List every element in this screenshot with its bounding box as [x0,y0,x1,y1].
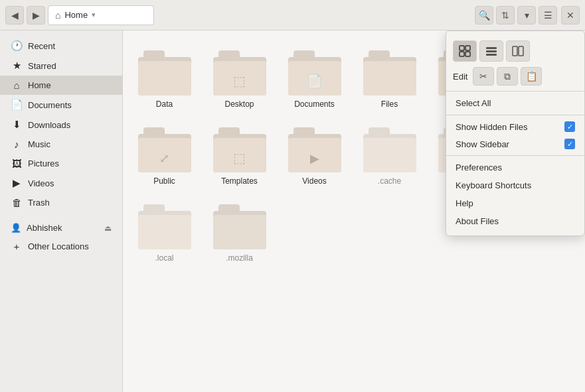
forward-button[interactable]: ▶ [27,6,45,25]
recent-icon: 🕐 [11,40,23,52]
folder-local[interactable]: .local [129,198,199,269]
sidebar-item-trash[interactable]: 🗑 Trash [0,193,122,212]
sidebar-item-music[interactable]: ♪ Music [0,135,122,154]
sidebar-other-locations-label: Other Locations [28,241,89,251]
sort-arrow-button[interactable]: ▾ [517,6,536,25]
folder-local-label: .local [155,253,173,263]
svg-rect-7 [513,46,517,56]
menu-button[interactable]: ☰ [539,6,557,25]
sidebar-item-home-label: Home [28,80,51,90]
sidebar-item-starred[interactable]: ★ Starred [0,56,122,76]
svg-rect-4 [486,47,497,49]
show-hidden-files-row[interactable]: Show Hidden Files [446,118,584,135]
folder-files-label: Files [381,99,398,109]
folder-mozilla-label: .mozilla [226,253,253,263]
show-sidebar-row[interactable]: Show Sidebar [446,135,584,153]
folder-cache[interactable]: .cache [355,121,424,192]
select-all-item[interactable]: Select All [446,94,584,112]
sort-button[interactable]: ⇅ [496,6,515,25]
show-hidden-files-label: Show Hidden Files [456,122,527,132]
svg-rect-1 [465,46,470,50]
sidebar-item-pictures[interactable]: 🖼 Pictures [0,154,122,173]
show-sidebar-checkbox[interactable] [564,139,575,149]
folder-public[interactable]: ⤢ Public [129,121,199,192]
sidebar-item-other-locations[interactable]: + Other Locations [0,237,122,256]
back-button[interactable]: ◀ [5,6,24,25]
cut-button[interactable]: ✂ [473,67,494,86]
sidebar-item-documents-label: Documents [28,100,72,110]
downloads-icon: ⬇ [11,119,23,131]
location-breadcrumb[interactable]: ⌂ Home ▾ [48,5,154,25]
sidebar-item-recent[interactable]: 🕐 Recent [0,36,122,56]
chevron-down-icon: ▾ [92,11,96,19]
preferences-item[interactable]: Preferences [446,159,584,176]
help-item[interactable]: Help [446,194,584,212]
folder-templates-label: Templates [221,176,258,186]
svg-rect-8 [519,46,523,56]
sidebar-item-downloads-label: Downloads [28,120,70,130]
sidebar-item-trash-label: Trash [28,198,50,208]
star-icon: ★ [11,60,23,72]
sidebar-item-videos-label: Videos [28,178,54,188]
paste-button[interactable]: 📋 [521,67,542,86]
folder-cache-label: .cache [378,176,401,186]
add-icon: + [11,241,23,252]
sidebar-item-starred-label: Starred [28,61,56,71]
file-area: Data ⬚ Desktop 📄 Documents [123,31,585,392]
close-button[interactable]: ✕ [561,6,580,25]
folder-templates[interactable]: ⬚ Templates [205,121,274,192]
svg-rect-0 [460,46,464,50]
folder-desktop-label: Desktop [224,99,254,109]
menu-divider-1 [446,91,584,92]
sidebar-item-user[interactable]: 👤 Abhishek ⏏ [0,219,122,237]
grid-view-button[interactable] [453,40,477,62]
home-icon: ⌂ [55,10,60,21]
edit-label: Edit [453,72,467,82]
view-mode-row [446,36,584,64]
svg-rect-2 [460,52,464,56]
pictures-icon: 🖼 [11,158,23,169]
eject-button[interactable]: ⏏ [104,224,112,233]
folder-mozilla[interactable]: .mozilla [205,198,274,269]
folder-files[interactable]: Files [355,44,424,115]
breadcrumb-label: Home [64,10,88,20]
context-menu: Edit ✂ ⧉ 📋 Select All Show Hidden Files … [446,31,585,236]
documents-icon: 📄 [11,99,23,111]
keyboard-shortcuts-item[interactable]: Keyboard Shortcuts [446,176,584,194]
svg-rect-5 [486,50,497,52]
compact-view-button[interactable] [506,40,530,62]
titlebar: ◀ ▶ ⌂ Home ▾ 🔍 ⇅ ▾ ☰ ✕ [0,0,585,31]
sidebar: 🕐 Recent ★ Starred ⌂ Home 📄 Documents ⬇ … [0,31,123,392]
search-button[interactable]: 🔍 [475,6,493,25]
sidebar-item-videos[interactable]: ▶ Videos [0,173,122,193]
folder-documents[interactable]: 📄 Documents [280,44,349,115]
main-layout: 🕐 Recent ★ Starred ⌂ Home 📄 Documents ⬇ … [0,31,585,392]
videos-icon: ▶ [11,177,23,189]
user-icon: 👤 [11,223,21,233]
music-icon: ♪ [11,139,23,150]
sidebar-item-home[interactable]: ⌂ Home [0,76,122,95]
svg-rect-3 [465,52,470,56]
show-hidden-files-checkbox[interactable] [564,121,575,132]
svg-rect-6 [486,54,497,56]
folder-videos-label: Videos [302,176,326,186]
sidebar-item-music-label: Music [28,139,50,149]
folder-videos[interactable]: ▶ Videos [280,121,349,192]
sidebar-item-downloads[interactable]: ⬇ Downloads [0,115,122,135]
sidebar-user-label: Abhishek [27,223,62,233]
sidebar-item-pictures-label: Pictures [28,159,59,168]
home-sidebar-icon: ⌂ [11,80,23,91]
sidebar-item-recent-label: Recent [28,41,55,51]
menu-divider-3 [446,155,584,156]
sidebar-item-documents[interactable]: 📄 Documents [0,95,122,115]
show-sidebar-label: Show Sidebar [456,139,509,149]
folder-data-label: Data [156,99,173,109]
list-view-button[interactable] [479,40,503,62]
folder-documents-label: Documents [294,99,335,109]
about-files-item[interactable]: About Files [446,212,584,230]
copy-button[interactable]: ⧉ [497,67,518,86]
folder-desktop[interactable]: ⬚ Desktop [205,44,274,115]
trash-icon: 🗑 [11,197,23,208]
menu-divider-2 [446,115,584,115]
folder-data[interactable]: Data [129,44,199,115]
